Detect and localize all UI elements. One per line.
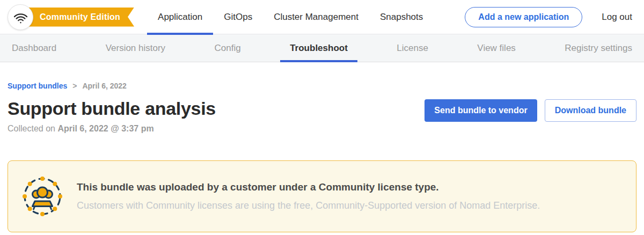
subtab-troubleshoot[interactable]: Troubleshoot [281, 34, 356, 62]
main-content: Support bundles > April 6, 2022 Support … [0, 82, 644, 232]
collected-prefix: Collected on [8, 124, 55, 133]
subtab-config[interactable]: Config [206, 34, 250, 62]
title-row: Support bundle analysis Send bundle to v… [8, 98, 636, 122]
tab-application[interactable]: Application [147, 0, 213, 34]
notice-subtitle: Customers with Community licenses are us… [77, 200, 540, 211]
subtab-license[interactable]: License [388, 34, 437, 62]
top-navigation-bar: Community Edition Application GitOps Clu… [0, 0, 644, 34]
notice-title: This bundle was uploaded by a customer u… [77, 181, 540, 193]
breadcrumb-support-bundles-link[interactable]: Support bundles [8, 82, 67, 90]
community-edition-badge: Community Edition [25, 8, 134, 27]
tab-snapshots[interactable]: Snapshots [369, 0, 434, 34]
page-title: Support bundle analysis [8, 98, 216, 119]
subtab-version-history[interactable]: Version history [97, 34, 174, 62]
community-license-notice: This bundle was uploaded by a customer u… [8, 160, 636, 232]
top-tabs: Application GitOps Cluster Management Sn… [147, 0, 434, 34]
app-sub-navigation: Dashboard Version history Config Trouble… [0, 34, 644, 62]
send-bundle-to-vendor-button[interactable]: Send bundle to vendor [425, 99, 537, 122]
breadcrumb: Support bundles > April 6, 2022 [8, 82, 636, 90]
tab-cluster-management[interactable]: Cluster Management [263, 0, 369, 34]
subtab-dashboard[interactable]: Dashboard [3, 34, 65, 62]
logout-link[interactable]: Log out [602, 12, 632, 23]
collected-timestamp: Collected on April 6, 2022 @ 3:37 pm [8, 124, 636, 134]
community-people-icon [22, 176, 63, 217]
notice-text: This bundle was uploaded by a customer u… [77, 181, 540, 211]
add-new-application-button[interactable]: Add a new application [465, 7, 582, 27]
subtab-registry-settings[interactable]: Registry settings [556, 34, 641, 62]
download-bundle-button[interactable]: Download bundle [545, 99, 636, 122]
title-actions: Send bundle to vendor Download bundle [425, 98, 636, 122]
subtab-view-files[interactable]: View files [469, 34, 524, 62]
breadcrumb-separator: > [72, 82, 77, 90]
top-right-actions: Add a new application Log out [465, 7, 632, 27]
replicated-logo-icon [13, 10, 28, 24]
brand: Community Edition [8, 4, 134, 30]
replicated-logo[interactable] [8, 4, 33, 30]
breadcrumb-current: April 6, 2022 [82, 82, 127, 90]
collected-date: April 6, 2022 @ 3:37 pm [57, 124, 153, 133]
tab-gitops[interactable]: GitOps [213, 0, 263, 34]
